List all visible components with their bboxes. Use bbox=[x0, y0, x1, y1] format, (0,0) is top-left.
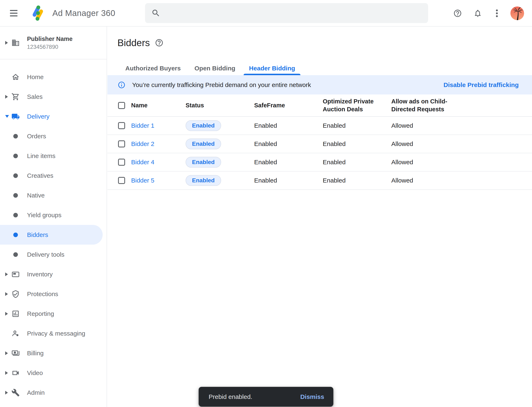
child-directed-value: Allowed bbox=[391, 177, 532, 184]
row-checkbox[interactable] bbox=[118, 177, 125, 184]
bullet-dot-icon bbox=[13, 134, 18, 139]
sidebar-item-line-items[interactable]: Line items bbox=[0, 146, 107, 166]
column-header-allow-ads-child-directed: Allow ads on Child-Directed Requests bbox=[391, 98, 532, 113]
dismiss-button[interactable]: Dismiss bbox=[300, 393, 324, 400]
videocam-icon bbox=[11, 369, 20, 377]
bullet-dot-icon bbox=[13, 154, 18, 158]
row-checkbox[interactable] bbox=[118, 159, 125, 166]
chevron-right-icon bbox=[5, 351, 8, 355]
sidebar-item-delivery[interactable]: Delivery bbox=[0, 107, 107, 126]
sidebar-item-admin[interactable]: Admin bbox=[0, 383, 107, 402]
safeframe-value: Enabled bbox=[254, 122, 323, 129]
safeframe-value: Enabled bbox=[254, 140, 323, 148]
sidebar-item-native[interactable]: Native bbox=[0, 185, 107, 205]
tab-bar: Authorized Buyers Open Bidding Header Bi… bbox=[107, 56, 532, 75]
truck-icon bbox=[11, 112, 20, 121]
sidebar-item-delivery-tools[interactable]: Delivery tools bbox=[0, 245, 107, 264]
child-directed-value: Allowed bbox=[391, 122, 532, 129]
optimized-private-auction-deals-value: Enabled bbox=[323, 122, 391, 129]
search-icon bbox=[151, 8, 161, 18]
bullet-dot-icon bbox=[13, 213, 18, 217]
menu-icon[interactable] bbox=[10, 10, 17, 16]
sidebar-item-video[interactable]: Video bbox=[0, 363, 107, 383]
disable-prebid-trafficking-link[interactable]: Disable Prebid trafficking bbox=[443, 81, 519, 88]
bullet-dot-icon bbox=[13, 233, 18, 237]
status-chip[interactable]: Enabled bbox=[185, 120, 221, 131]
avatar[interactable] bbox=[510, 7, 524, 20]
ad-manager-logo-icon bbox=[30, 5, 46, 21]
chevron-right-icon bbox=[5, 312, 8, 316]
row-checkbox[interactable] bbox=[118, 122, 125, 129]
person-badge-icon bbox=[11, 329, 20, 338]
bar-chart-icon bbox=[11, 310, 20, 318]
inventory-icon bbox=[11, 270, 20, 278]
sidebar-item-sales[interactable]: Sales bbox=[0, 87, 107, 107]
main-content: Bidders Authorized Buyers Open Bidding H… bbox=[107, 27, 532, 407]
bidder-name-link[interactable]: Bidder 1 bbox=[131, 122, 154, 129]
active-tab-indicator bbox=[243, 74, 300, 75]
help-icon[interactable] bbox=[453, 9, 462, 18]
chevron-right-icon bbox=[5, 391, 8, 395]
chevron-right-icon bbox=[5, 292, 8, 296]
sidebar-publisher-selector[interactable]: Publisher Name 1234567890 bbox=[0, 27, 107, 59]
more-options-kebab-icon[interactable] bbox=[495, 9, 498, 18]
banner-message: You’re currently trafficking Prebid dema… bbox=[132, 81, 311, 88]
bullet-dot-icon bbox=[13, 252, 18, 257]
chevron-right-icon bbox=[5, 371, 8, 375]
publisher-network-id: 1234567890 bbox=[27, 44, 73, 50]
sidebar-item-privacy-messaging[interactable]: Privacy & messaging bbox=[0, 323, 107, 343]
sidebar-item-creatives[interactable]: Creatives bbox=[0, 166, 107, 185]
bidder-name-link[interactable]: Bidder 2 bbox=[131, 140, 154, 147]
sidebar-item-home[interactable]: Home bbox=[0, 67, 107, 87]
tab-authorized-buyers[interactable]: Authorized Buyers bbox=[120, 56, 186, 75]
chevron-right-icon bbox=[5, 95, 8, 99]
home-icon bbox=[11, 73, 20, 81]
child-directed-value: Allowed bbox=[391, 159, 532, 166]
chevron-down-icon bbox=[5, 115, 9, 118]
shield-check-icon bbox=[11, 290, 20, 298]
row-checkbox[interactable] bbox=[118, 140, 125, 148]
sidebar-item-protections[interactable]: Protections bbox=[0, 284, 107, 304]
sidebar-item-inventory[interactable]: Inventory bbox=[0, 264, 107, 284]
bidder-name-link[interactable]: Bidder 4 bbox=[131, 159, 154, 165]
page-title: Bidders bbox=[117, 37, 150, 48]
child-directed-value: Allowed bbox=[391, 140, 532, 148]
sidebar-item-yield-groups[interactable]: Yield groups bbox=[0, 205, 107, 225]
safeframe-value: Enabled bbox=[254, 159, 323, 166]
tab-open-bidding[interactable]: Open Bidding bbox=[189, 56, 241, 75]
column-header-status: Status bbox=[185, 102, 254, 109]
banknote-icon bbox=[11, 349, 20, 357]
app-title: Ad Manager 360 bbox=[52, 8, 115, 18]
snackbar-toast: Prebid enabled. Dismiss bbox=[199, 387, 333, 407]
optimized-private-auction-deals-value: Enabled bbox=[323, 177, 391, 184]
chevron-right-icon bbox=[5, 273, 8, 276]
publisher-name: Publisher Name bbox=[27, 36, 73, 42]
column-header-safeframe: SafeFrame bbox=[254, 102, 323, 109]
cart-icon bbox=[11, 93, 20, 101]
sidebar-item-bidders[interactable]: Bidders bbox=[0, 225, 103, 245]
safeframe-value: Enabled bbox=[254, 177, 323, 184]
page-help-icon[interactable] bbox=[155, 39, 163, 47]
notifications-bell-icon[interactable] bbox=[473, 9, 482, 18]
bullet-dot-icon bbox=[13, 193, 18, 198]
bullet-dot-icon bbox=[13, 173, 18, 178]
toast-message: Prebid enabled. bbox=[209, 393, 252, 400]
search-input[interactable] bbox=[161, 3, 428, 23]
bidder-name-link[interactable]: Bidder 5 bbox=[131, 177, 154, 184]
info-icon bbox=[118, 81, 126, 89]
status-chip[interactable]: Enabled bbox=[185, 175, 221, 186]
optimized-private-auction-deals-value: Enabled bbox=[323, 140, 391, 148]
sidebar-nav: Publisher Name 1234567890 Home Sales bbox=[0, 27, 107, 407]
tab-header-bidding[interactable]: Header Bidding bbox=[243, 56, 300, 75]
sidebar-item-billing[interactable]: Billing bbox=[0, 343, 107, 363]
sidebar-item-reporting[interactable]: Reporting bbox=[0, 304, 107, 323]
top-app-bar: Ad Manager 360 bbox=[0, 0, 532, 27]
table-header-row: Name Status SafeFrame Optimized Private … bbox=[107, 94, 532, 117]
status-chip[interactable]: Enabled bbox=[185, 139, 221, 149]
building-icon bbox=[11, 39, 20, 47]
select-all-checkbox[interactable] bbox=[118, 102, 125, 109]
wrench-icon bbox=[11, 389, 20, 397]
search-bar[interactable] bbox=[145, 3, 428, 23]
status-chip[interactable]: Enabled bbox=[185, 157, 221, 168]
sidebar-item-orders[interactable]: Orders bbox=[0, 126, 107, 146]
